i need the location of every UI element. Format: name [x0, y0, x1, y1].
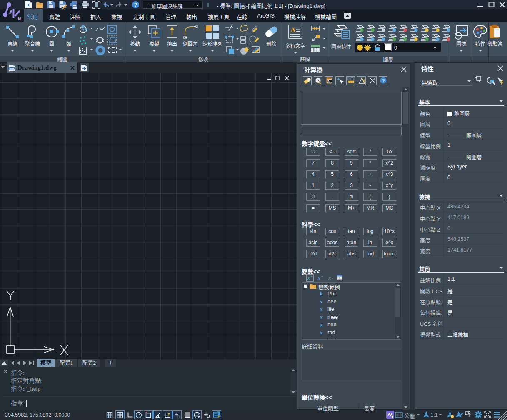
svg-text:x: x	[307, 275, 310, 281]
svg-text:?: ?	[134, 2, 137, 8]
svg-text:+: +	[311, 275, 313, 278]
svg-text:x: x	[317, 275, 320, 281]
svg-text:x: x	[328, 275, 331, 281]
svg-text:?: ?	[382, 78, 385, 83]
svg-text:×: ×	[332, 277, 334, 280]
svg-text:DWG: DWG	[9, 68, 15, 70]
svg-text:+: +	[321, 275, 323, 278]
svg-text:A: A	[290, 26, 296, 34]
svg-text:0.0: 0.0	[397, 413, 402, 417]
